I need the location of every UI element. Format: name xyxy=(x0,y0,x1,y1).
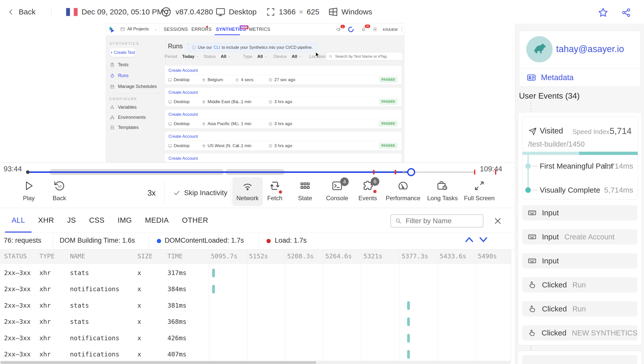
filter-by-name-box[interactable] xyxy=(390,214,483,228)
network-request-row[interactable]: 2xx–3xx xhr notifications x 407ms xyxy=(0,346,511,362)
app-project-selector[interactable]: All Projects xyxy=(120,27,149,32)
performance-panel-button[interactable]: Performance xyxy=(388,177,418,206)
app-tab-sessions[interactable]: SESSIONS xyxy=(164,27,188,32)
back-button[interactable]: Back xyxy=(8,6,36,18)
tab-js[interactable]: JS xyxy=(61,208,83,233)
network-request-row[interactable]: 2xx–3xx xhr stats x 368ms xyxy=(0,314,511,330)
share-icon[interactable] xyxy=(621,8,631,18)
next-request-chevron-icon[interactable] xyxy=(478,235,489,244)
gear-icon[interactable] xyxy=(372,27,378,32)
filter-value: All xyxy=(257,54,263,59)
request-type: xhr xyxy=(39,265,51,281)
sidebar-item-templates[interactable]: Templates xyxy=(110,125,139,130)
filter-device[interactable]: Device All xyxy=(274,54,302,59)
tab-xhr[interactable]: XHR xyxy=(32,208,61,233)
divider xyxy=(51,7,52,17)
keyboard-icon xyxy=(528,209,536,217)
filter-type[interactable]: Type All xyxy=(243,54,267,59)
tab-css[interactable]: CSS xyxy=(83,208,111,233)
run-name-link[interactable]: Create Account xyxy=(165,132,402,141)
event-connector xyxy=(531,345,531,351)
user-email[interactable]: tahay@asayer.io xyxy=(556,44,624,54)
metric-dot-vc xyxy=(525,187,531,193)
network-request-row[interactable]: 2xx–3xx xhr notifications x 426ms xyxy=(0,330,511,346)
app-tab-errors[interactable]: ERRORS xyxy=(191,27,212,32)
favorite-star-icon[interactable] xyxy=(598,7,609,18)
load-marker-dot xyxy=(266,239,271,243)
horizontal-scrollbar-thumb[interactable] xyxy=(1,361,316,364)
sidebar-item-variables[interactable]: Variables xyxy=(110,105,137,110)
run-name-link[interactable]: Create Account xyxy=(165,154,402,162)
sidebar-section-configure: CONFIGURE xyxy=(109,97,137,101)
close-panel-icon[interactable] xyxy=(494,217,502,225)
filter-status[interactable]: Status All xyxy=(204,54,231,59)
back-10s-button[interactable]: 10 Back xyxy=(44,177,75,206)
state-panel-button[interactable]: State xyxy=(290,177,320,206)
request-status: 2xx–3xx xyxy=(4,346,31,362)
run-name-link[interactable]: Create Account xyxy=(165,88,402,97)
metric-dash xyxy=(532,190,538,190)
requests-count: 76: requests xyxy=(4,237,41,244)
sidebar-item-manage-schedules[interactable]: Manage Schedules xyxy=(110,84,157,89)
network-request-row[interactable]: 2xx–3xx xhr stats x 317ms xyxy=(0,265,511,281)
network-request-row[interactable]: 2xx–3xx xhr stats x 381ms xyxy=(0,298,511,314)
sidebar-item-environments[interactable]: Environments xyxy=(110,115,146,120)
skip-inactivity-toggle[interactable]: Skip Inactivity xyxy=(173,189,227,197)
location-pin-icon xyxy=(202,78,206,82)
filter-by-name-input[interactable] xyxy=(405,217,479,225)
fetch-panel-button[interactable]: Fetch xyxy=(260,177,290,206)
run-card[interactable]: Create Account Desktop Asia Pacific (M..… xyxy=(165,110,402,128)
run-card[interactable]: Create Account Desktop Belgium 4 secs 27… xyxy=(165,66,402,84)
console-panel-button[interactable]: Console 4 xyxy=(322,177,352,206)
prev-request-chevron-icon[interactable] xyxy=(464,235,475,244)
cli-link[interactable]: CLI xyxy=(214,45,220,50)
long-tasks-panel-button[interactable]: Long Tasks xyxy=(427,177,458,206)
tab-other[interactable]: OTHER xyxy=(175,208,215,233)
col-time: TIME xyxy=(167,253,183,260)
filter-period[interactable]: Period Today xyxy=(165,54,199,59)
chevron-down-icon xyxy=(299,55,302,58)
location-pin-icon xyxy=(202,122,206,126)
progress-segment-dark xyxy=(579,152,638,155)
events-panel-button[interactable]: Events 6 xyxy=(353,177,383,206)
network-panel: ALL XHR JS CSS IMG MEDIA OTHER 76: reque… xyxy=(0,208,515,364)
run-card[interactable]: Create Account Desktop Canada (Central) … xyxy=(165,154,402,162)
network-request-row[interactable]: 2xx–3xx xhr notifications x 384ms xyxy=(0,281,511,297)
request-size: x xyxy=(137,330,141,346)
metadata-button[interactable]: Metadata xyxy=(527,72,574,83)
test-search-box[interactable] xyxy=(326,52,403,60)
tab-img[interactable]: IMG xyxy=(111,208,138,233)
run-card[interactable]: Create Account Desktop US West (N. Cal..… xyxy=(165,132,402,150)
event-connector xyxy=(531,102,531,112)
event-row-clicked[interactable]: Clicked NEW SYNTHETICS xyxy=(522,325,637,340)
error-marker xyxy=(495,170,496,175)
tab-all[interactable]: ALL xyxy=(5,208,32,233)
play-button[interactable]: Play xyxy=(14,177,44,206)
chevron-down-icon xyxy=(264,55,267,58)
playhead[interactable] xyxy=(407,168,415,176)
app-user-menu[interactable]: KRAIEM xyxy=(383,28,398,32)
event-row-input[interactable]: Input xyxy=(522,205,637,220)
app-tab-metrics[interactable]: METRICS xyxy=(249,27,270,32)
run-card[interactable]: Create Account Desktop Middle East (Ba..… xyxy=(165,88,402,106)
event-row-clicked[interactable]: Clicked Run xyxy=(522,301,637,316)
event-row-input[interactable]: Input xyxy=(522,253,637,268)
visited-event-card[interactable]: Visited Speed Index 5,714 /test-builder/… xyxy=(522,117,638,199)
full-screen-button[interactable]: Full Screen xyxy=(464,177,494,206)
tab-media[interactable]: MEDIA xyxy=(138,208,175,233)
network-panel-button[interactable]: Network xyxy=(232,177,263,206)
run-name-link[interactable]: Create Account xyxy=(165,66,402,75)
speed-toggle[interactable]: 3x xyxy=(143,189,160,198)
play-icon xyxy=(23,180,35,192)
create-test-button[interactable]: + Create Test xyxy=(109,48,136,57)
test-search-input[interactable] xyxy=(335,54,401,59)
event-row-clicked[interactable]: Clicked Run xyxy=(522,277,637,292)
run-name-link[interactable]: Create Account xyxy=(165,110,402,119)
top-bar: Back Dec 09, 2020, 05:10 PM v87.0.4280 D… xyxy=(0,0,644,24)
horizontal-scrollbar-track[interactable] xyxy=(0,361,511,364)
more-menu-icon[interactable]: ⋮ xyxy=(400,26,404,32)
sidebar-item-runs[interactable]: Runs xyxy=(110,73,129,78)
event-row-partial[interactable] xyxy=(522,355,637,364)
event-row-input[interactable]: Input Create Account xyxy=(522,229,637,244)
sidebar-item-tests[interactable]: Tests xyxy=(110,62,129,67)
